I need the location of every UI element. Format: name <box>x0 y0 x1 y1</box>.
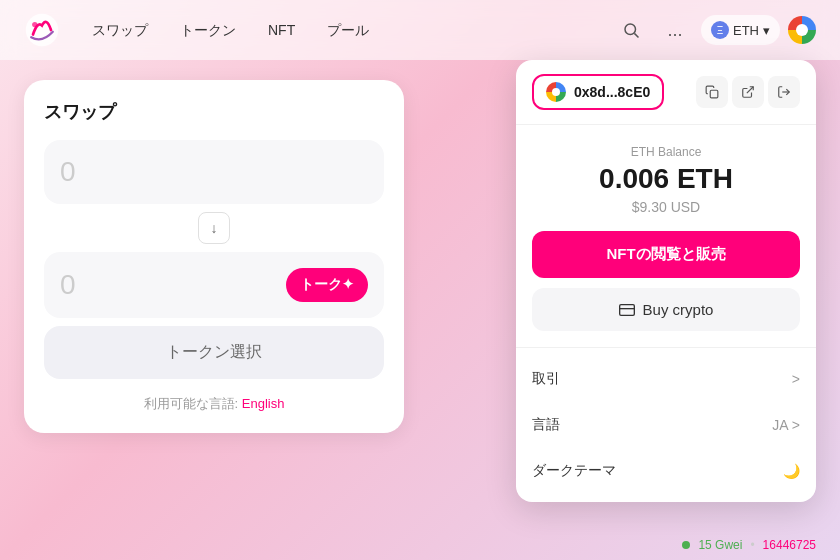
menu-item-transactions-label: 取引 <box>532 370 560 388</box>
menu-item-dark-theme[interactable]: ダークテーマ 🌙 <box>516 448 816 494</box>
gwei-text: 15 Gwei <box>698 538 742 552</box>
gwei-dot <box>682 541 690 549</box>
token-select-button[interactable]: トークン選択 <box>44 326 384 379</box>
swap-title: スワップ <box>44 100 384 124</box>
wallet-action-icons <box>696 76 800 108</box>
wallet-address-bar: 0x8d...8cE0 <box>516 60 816 125</box>
swap-input-2-value: 0 <box>60 269 76 301</box>
menu-item-language[interactable]: 言語 JA > <box>516 402 816 448</box>
eth-network-badge[interactable]: Ξ ETH ▾ <box>701 15 780 45</box>
menu-item-transactions[interactable]: 取引 > <box>516 356 816 402</box>
wallet-address-text: 0x8d...8cE0 <box>574 84 650 100</box>
wallet-balance-section: ETH Balance 0.006 ETH $9.30 USD NFTの閲覧と販… <box>516 125 816 348</box>
swap-arrow: ↓ <box>44 212 384 244</box>
disconnect-button[interactable] <box>768 76 800 108</box>
wallet-menu-items: 取引 > 言語 JA > ダークテーマ 🌙 <box>516 348 816 502</box>
language-value: JA > <box>772 417 800 433</box>
svg-point-2 <box>625 24 636 35</box>
swap-direction-button[interactable]: ↓ <box>198 212 230 244</box>
swap-input-box-2: 0 トーク✦ <box>44 252 384 318</box>
svg-line-3 <box>634 33 638 37</box>
header-right: ... Ξ ETH ▾ <box>613 12 816 48</box>
buy-crypto-label: Buy crypto <box>643 301 714 318</box>
nav-pool[interactable]: プール <box>315 13 381 47</box>
more-button[interactable]: ... <box>657 12 693 48</box>
swap-input-1-value: 0 <box>60 156 368 188</box>
external-link-button[interactable] <box>732 76 764 108</box>
swap-input-box-1: 0 <box>44 140 384 204</box>
svg-point-1 <box>32 22 37 27</box>
footer-bar: 15 Gwei • 16446725 <box>0 530 840 560</box>
menu-item-dark-theme-label: ダークテーマ <box>532 462 616 480</box>
svg-rect-4 <box>710 90 718 98</box>
eth-icon: Ξ <box>711 21 729 39</box>
logo <box>24 12 60 48</box>
menu-item-language-label: 言語 <box>532 416 560 434</box>
chevron-down-icon: ▾ <box>763 23 770 38</box>
lang-link[interactable]: English <box>242 396 285 411</box>
search-button[interactable] <box>613 12 649 48</box>
chevron-right-icon: > <box>792 371 800 387</box>
nav-swap[interactable]: スワップ <box>80 13 160 47</box>
available-lang: 利用可能な言語: English <box>44 395 384 413</box>
nft-browse-button[interactable]: NFTの閲覧と販売 <box>532 231 800 278</box>
nav-nft[interactable]: NFT <box>256 13 307 47</box>
swap-card: スワップ 0 ↓ 0 トーク✦ トークン選択 利用可能な言語: English <box>24 80 404 433</box>
token-selector-button[interactable]: トーク✦ <box>286 268 368 302</box>
eth-balance-usd: $9.30 USD <box>532 199 800 215</box>
eth-label: ETH <box>733 23 759 38</box>
chrome-icon[interactable] <box>788 16 816 44</box>
svg-rect-7 <box>619 304 634 315</box>
svg-line-5 <box>747 87 753 93</box>
block-number: 16446725 <box>763 538 816 552</box>
moon-icon: 🌙 <box>783 463 800 479</box>
copy-address-button[interactable] <box>696 76 728 108</box>
credit-card-icon <box>619 302 635 318</box>
svg-point-0 <box>26 14 58 46</box>
wallet-address-badge[interactable]: 0x8d...8cE0 <box>532 74 664 110</box>
header: スワップ トークン NFT プール ... Ξ ETH ▾ <box>0 0 840 60</box>
wallet-avatar-icon <box>546 82 566 102</box>
swap-input-row-2: 0 トーク✦ <box>60 268 368 302</box>
eth-balance-label: ETH Balance <box>532 145 800 159</box>
nav-token[interactable]: トークン <box>168 13 248 47</box>
buy-crypto-button[interactable]: Buy crypto <box>532 288 800 331</box>
nav: スワップ トークン NFT プール <box>80 13 613 47</box>
eth-balance-amount: 0.006 ETH <box>532 163 800 195</box>
wallet-dropdown: 0x8d...8cE0 ETH Balance 0.006 ETH <box>516 60 816 502</box>
